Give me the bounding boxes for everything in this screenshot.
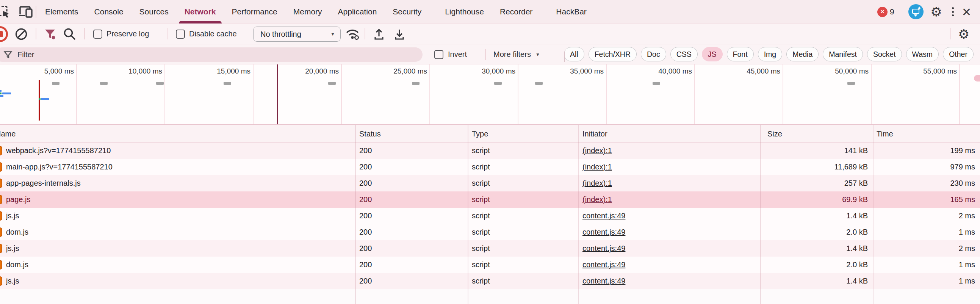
overview-scroll-nub xyxy=(974,75,980,81)
column-header-size[interactable]: Size xyxy=(767,125,782,143)
chevron-down-icon: ▼ xyxy=(331,32,335,37)
tab-label: Elements xyxy=(45,7,78,16)
request-name: js.js xyxy=(6,240,19,256)
table-row[interactable]: dom.js 200 script content.js:49 2.0 kB 1… xyxy=(0,224,980,240)
panel-tab[interactable]: Network xyxy=(177,0,224,24)
filter-type-chip[interactable]: Media xyxy=(786,47,819,61)
table-row[interactable]: app-pages-internals.js 200 script (index… xyxy=(0,175,980,191)
filter-type-chip[interactable]: Other xyxy=(943,47,974,61)
request-size: 257 kB xyxy=(760,175,868,191)
filter-type-chip[interactable]: Doc xyxy=(641,47,666,61)
column-header-time[interactable]: Time xyxy=(877,125,893,143)
tab-bar-right-controls: × 9 ⚙ × xyxy=(877,0,980,24)
panel-tab[interactable]: Sources xyxy=(132,0,177,24)
initiator-link[interactable]: content.js:49 xyxy=(582,240,625,256)
initiator-link[interactable]: content.js:49 xyxy=(582,256,625,273)
script-file-icon xyxy=(0,260,2,269)
panel-tab[interactable]: HackBar xyxy=(548,0,595,24)
timeline-request-mark xyxy=(52,82,59,85)
panel-tab[interactable]: Memory xyxy=(285,0,330,24)
initiator-link[interactable]: content.js:49 xyxy=(582,224,625,240)
timeline-load-bar xyxy=(41,98,49,100)
chip-label: Other xyxy=(949,50,967,59)
clear-network-log-button[interactable] xyxy=(14,24,28,45)
throttling-select[interactable]: No throttling ▼ xyxy=(253,27,341,42)
table-row[interactable]: dom.js 200 script content.js:49 2.0 kB 1… xyxy=(0,256,980,273)
column-header-type[interactable]: Type xyxy=(472,125,488,143)
more-options-kebab-icon[interactable] xyxy=(952,7,954,16)
tab-label: Console xyxy=(94,7,124,16)
panel-tab[interactable]: Console xyxy=(86,0,132,24)
filter-toggle-button[interactable] xyxy=(43,24,58,45)
filter-input[interactable] xyxy=(18,51,381,59)
search-button[interactable] xyxy=(62,24,77,45)
chip-label: All xyxy=(570,50,578,59)
table-row[interactable]: js.js 200 script content.js:49 1.4 kB 2 … xyxy=(0,240,980,256)
network-settings-button[interactable]: ⚙ xyxy=(958,24,969,45)
filter-type-chip[interactable]: All xyxy=(564,47,584,61)
timeline-gridline xyxy=(518,64,519,125)
record-network-log-button[interactable] xyxy=(0,26,8,42)
initiator-link[interactable]: content.js:49 xyxy=(582,273,625,289)
initiator-link[interactable]: (index):1 xyxy=(582,143,612,159)
column-header-initiator[interactable]: Initiator xyxy=(582,125,608,143)
inspect-element-icon[interactable] xyxy=(0,0,11,24)
error-badge-icon[interactable]: × xyxy=(877,7,888,17)
filter-type-chip[interactable]: Manifest xyxy=(823,47,863,61)
table-row[interactable]: page.js 200 script (index):1 69.9 kB 165… xyxy=(0,191,980,208)
panel-tab[interactable]: Lighthouse xyxy=(437,0,492,24)
initiator-link[interactable]: (index):1 xyxy=(582,191,612,208)
request-status: 200 xyxy=(359,208,372,224)
request-status: 200 xyxy=(359,175,372,191)
import-har-button[interactable] xyxy=(373,24,385,45)
panel-tab[interactable]: Elements xyxy=(37,0,86,24)
panel-tab[interactable]: Application xyxy=(330,0,385,24)
initiator-link[interactable]: (index):1 xyxy=(582,175,612,191)
overview-timeline[interactable]: 5,000 ms10,000 ms15,000 ms20,000 ms25,00… xyxy=(0,64,980,125)
timeline-request-mark xyxy=(652,82,660,85)
timeline-request-mark xyxy=(494,82,502,85)
panel-tab[interactable]: Performance xyxy=(224,0,285,24)
network-conditions-button[interactable] xyxy=(344,24,361,45)
request-name: js.js xyxy=(6,273,19,289)
filter-input-pill[interactable] xyxy=(0,48,423,62)
preserve-log-checkbox[interactable] xyxy=(93,24,102,45)
device-toolbar-icon[interactable] xyxy=(18,0,34,24)
timeline-request-mark xyxy=(535,82,542,85)
filter-type-chip[interactable]: CSS xyxy=(670,47,698,61)
disable-cache-checkbox[interactable] xyxy=(176,24,185,45)
panel-tab[interactable]: Recorder xyxy=(492,0,540,24)
table-row[interactable]: main-app.js?v=1774155587210 200 script (… xyxy=(0,159,980,175)
table-row[interactable]: js.js 200 script content.js:49 1.4 kB 1 … xyxy=(0,273,980,289)
more-filters-button[interactable]: More filters ▼ xyxy=(493,45,540,64)
timeline-request-mark xyxy=(847,82,855,85)
request-size: 1.4 kB xyxy=(760,240,868,256)
table-empty-area xyxy=(0,289,980,304)
table-row[interactable]: js.js 200 script content.js:49 1.4 kB 2 … xyxy=(0,208,980,224)
script-file-icon xyxy=(0,211,2,221)
export-har-button[interactable] xyxy=(393,24,406,45)
panel-tab[interactable]: Security xyxy=(385,0,430,24)
table-row[interactable]: webpack.js?v=1774155587210 200 script (i… xyxy=(0,143,980,159)
close-icon[interactable]: × xyxy=(962,4,971,19)
request-time: 165 ms xyxy=(873,191,975,208)
download-icon xyxy=(393,27,406,41)
filter-bar: Invert More filters ▼ AllFetch/XHRDocCSS… xyxy=(0,45,980,64)
request-size: 141 kB xyxy=(760,143,868,159)
filter-type-chip[interactable]: Img xyxy=(758,47,783,61)
column-header-name[interactable]: Name xyxy=(0,125,16,143)
invert-checkbox[interactable] xyxy=(434,50,443,59)
filter-type-chip[interactable]: Font xyxy=(727,47,754,61)
filter-type-chip[interactable]: Fetch/XHR xyxy=(589,47,637,61)
initiator-link[interactable]: content.js:49 xyxy=(582,208,625,224)
chevron-down-icon: ▼ xyxy=(536,52,540,57)
settings-gear-icon[interactable]: ⚙ xyxy=(931,5,942,18)
filter-type-chip[interactable]: Socket xyxy=(867,47,902,61)
column-header-status[interactable]: Status xyxy=(359,125,381,143)
script-file-icon xyxy=(0,276,2,286)
chip-label: Wasm xyxy=(912,50,933,59)
filter-type-chip[interactable]: Wasm xyxy=(906,47,939,61)
filter-type-chip[interactable]: JS xyxy=(702,47,723,61)
ai-assistant-icon[interactable] xyxy=(908,4,924,19)
initiator-link[interactable]: (index):1 xyxy=(582,159,612,175)
